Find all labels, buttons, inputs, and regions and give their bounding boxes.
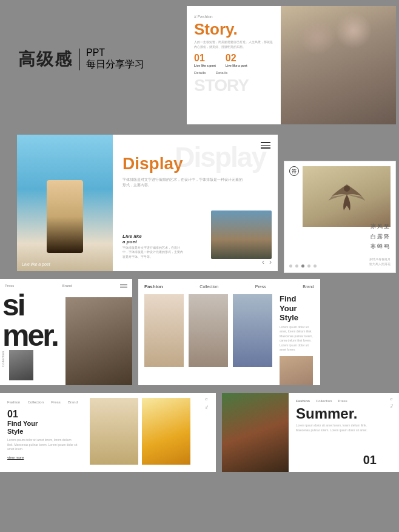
display-caption: Live like a poet xyxy=(22,262,50,266)
fashion-find-section: Find Your Style Lorem ipsum dolor sit am… xyxy=(277,294,315,385)
fashion-find-title: Find Your Style xyxy=(280,294,313,323)
summer-sidebar-tw[interactable]: Tw xyxy=(390,404,394,408)
perfume-photo-1 xyxy=(90,398,138,465)
watermark-divider xyxy=(79,49,80,70)
perfume-nav-press[interactable]: Press xyxy=(51,400,60,404)
card-eagle: 符 凉风至 白露降 寒蝉鸣 多情只有春庭月 犹为离人照落花 xyxy=(284,161,396,273)
perfume-nav-collection[interactable]: Collection xyxy=(28,400,44,404)
eagle-dot-5[interactable] xyxy=(314,264,317,268)
summer-nav-collection[interactable]: Collection xyxy=(316,399,332,403)
display-photo-left: Live like a poet xyxy=(17,135,113,271)
card-display-inner: Live like a poet Display Display 字体排版是对文… xyxy=(17,135,278,271)
fashion-body: Find Your Style Lorem ipsum dolor sit am… xyxy=(138,294,320,385)
summer-num: 01 xyxy=(363,453,377,467)
perfume-photos xyxy=(85,393,198,472)
simer-collection: Collection xyxy=(1,351,5,367)
perfume-num: 01 xyxy=(7,409,78,420)
summer-heading: Summer. xyxy=(296,406,377,421)
perfume-photo-2 xyxy=(142,398,190,465)
perfume-sidebar-tw[interactable]: Tw xyxy=(205,405,209,409)
summer-nav-brand: Fashion xyxy=(296,399,310,403)
card-simer-inner: Press Brand si mer. Collection xyxy=(0,279,132,385)
perfume-link[interactable]: view more xyxy=(7,456,78,459)
story-num-2: 02 Live like a poet xyxy=(226,53,247,67)
perfume-sidebar: ig Tw xyxy=(198,393,216,472)
summer-content: Fashion Collection Press Summer. Lorem i… xyxy=(289,393,384,472)
card-eagle-inner: 符 凉风至 白露降 寒蝉鸣 多情只有春庭月 犹为离人照落花 xyxy=(284,161,395,272)
simer-photo xyxy=(65,297,132,385)
eagle-dot-2[interactable] xyxy=(295,264,298,268)
display-person-figure xyxy=(47,180,83,253)
summer-nav-press[interactable]: Press xyxy=(338,399,347,403)
perfume-desc: Lorem ipsum dolor sit amet lorem, lorem … xyxy=(7,438,78,452)
simer-nav-press: Press xyxy=(5,284,14,288)
eagle-logo: 符 xyxy=(289,166,299,176)
card-summer: Fashion Collection Press Summer. Lorem i… xyxy=(222,393,399,472)
simer-menu-icon[interactable] xyxy=(120,284,127,288)
perfume-sidebar-ig[interactable]: ig xyxy=(205,398,209,400)
eagle-sub-text: 多情只有春庭月 犹为离人照落花 xyxy=(369,257,391,266)
display-menu-icon[interactable] xyxy=(261,142,270,149)
fashion-header: Fashion Collection Press Brand xyxy=(138,279,320,294)
card-perfume: Fashion Collection Press Brand 01 Find Y… xyxy=(0,393,216,472)
display-quote: Live like a poet 字体排版是对文字进行编排的艺术，在设计中，字体… xyxy=(122,234,183,260)
eagle-logo-char: 符 xyxy=(292,168,297,175)
eagle-dot-1[interactable] xyxy=(289,264,292,268)
summer-photo xyxy=(222,393,289,472)
eagle-dots xyxy=(289,264,317,268)
story-num-1: 01 Live like a poet xyxy=(194,53,216,67)
perfume-title: Find Your Style xyxy=(7,420,78,436)
story-nums: 01 Live like a poet 02 Live like a poet xyxy=(194,53,273,67)
fashion-find-photo xyxy=(280,356,313,385)
display-quote-title: Live like a poet xyxy=(122,234,183,244)
eagle-dot-4[interactable] xyxy=(307,264,310,268)
fashion-nav-brand[interactable]: Brand xyxy=(303,285,314,289)
story-watermark-text: STORY xyxy=(194,76,273,95)
story-desc: 人的一生很短暂，而美丽需要自己打造。人生风景，那就是内心那份，清美好、澄澈明亮的… xyxy=(194,40,273,49)
card-story: # Fashion Story. 人的一生很短暂，而美丽需要自己打造。人生风景，… xyxy=(187,6,396,124)
watermark-title: 高级感 xyxy=(18,48,73,71)
card-summer-inner: Fashion Collection Press Summer. Lorem i… xyxy=(222,393,399,472)
eagle-svg xyxy=(326,175,368,218)
display-content: Display Display 字体排版是对文字进行编排的艺术，在设计中，字体排… xyxy=(113,135,278,271)
display-heading: Display xyxy=(122,154,268,173)
simer-nav: Press Brand xyxy=(5,284,127,288)
eagle-image-area xyxy=(303,166,391,227)
card-simer: Press Brand si mer. Collection xyxy=(0,279,132,385)
story-heading: Story. xyxy=(194,21,273,37)
perfume-nav-brand-link[interactable]: Brand xyxy=(68,400,78,404)
eagle-dot-3[interactable] xyxy=(301,264,304,268)
display-quote-text: 字体排版是对文字进行编排的艺术，在设计中，字体排版是一种设计元素的形式，主要内容… xyxy=(122,246,183,260)
fashion-nav-collection[interactable]: Collection xyxy=(200,285,218,289)
card-fashion: Fashion Collection Press Brand Find Your… xyxy=(138,279,320,385)
fashion-photo-2 xyxy=(189,294,228,367)
card-story-photo xyxy=(281,6,396,124)
perfume-left: Fashion Collection Press Brand 01 Find Y… xyxy=(0,393,85,472)
display-nav[interactable]: ‹ › xyxy=(262,258,272,266)
fashion-find-sub: Lorem ipsum dolor sit amet, lorem delium… xyxy=(280,325,313,352)
watermark-subtitle: PPT 每日分享学习 xyxy=(86,47,144,71)
display-body: 字体排版是对文字进行编排的艺术，在设计中，字体排版是一种设计元素的形式，主要内容… xyxy=(122,177,244,188)
story-tag: # Fashion xyxy=(194,15,273,19)
story-photo-image xyxy=(281,6,396,124)
fashion-brand: Fashion xyxy=(144,284,163,289)
card-perfume-inner: Fashion Collection Press Brand 01 Find Y… xyxy=(0,393,216,472)
card-story-left: # Fashion Story. 人的一生很短暂，而美丽需要自己打造。人生风景，… xyxy=(187,6,281,124)
summer-desc: Lorem ipsum dolor sit amet lorem, lorem … xyxy=(296,423,377,433)
fashion-photo-3 xyxy=(233,294,272,367)
perfume-nav: Fashion Collection Press Brand xyxy=(7,400,78,404)
story-details: Details Details xyxy=(194,71,273,75)
display-photo-right xyxy=(211,210,272,259)
perfume-nav-brand: Fashion xyxy=(7,400,20,404)
card-display: Live like a poet Display Display 字体排版是对文… xyxy=(17,135,278,271)
svg-point-0 xyxy=(344,186,350,192)
simer-small-photo xyxy=(9,350,33,380)
display-nav-prev[interactable]: ‹ xyxy=(262,258,264,266)
eagle-chinese-text: 凉风至 白露降 寒蝉鸣 xyxy=(370,221,391,251)
summer-sidebar-ig[interactable]: ig xyxy=(390,398,394,400)
summer-nav: Fashion Collection Press xyxy=(296,399,377,403)
display-nav-next[interactable]: › xyxy=(269,258,272,266)
fashion-nav-press[interactable]: Press xyxy=(255,285,266,289)
summer-sidebar: ig Tw xyxy=(384,393,399,472)
simer-nav-brand: Brand xyxy=(62,284,72,288)
